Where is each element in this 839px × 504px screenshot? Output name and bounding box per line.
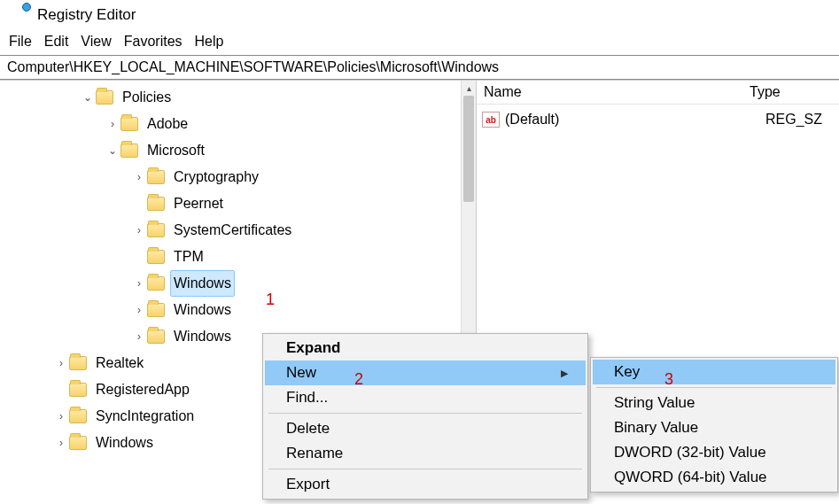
- tree-item-peernet[interactable]: Peernet: [0, 190, 476, 217]
- ctx-label: Expand: [286, 339, 340, 357]
- tree-item-adobe[interactable]: › Adobe: [0, 111, 476, 137]
- ctx-new-key[interactable]: Key: [593, 360, 835, 384]
- title-bar: Registry Editor: [0, 0, 839, 30]
- window-title: Registry Editor: [37, 6, 136, 24]
- regedit-icon: [9, 5, 28, 25]
- list-row[interactable]: ab (Default) REG_SZ: [482, 108, 839, 131]
- tree-item-tpm[interactable]: TPM: [0, 244, 476, 270]
- menu-help[interactable]: Help: [195, 34, 224, 50]
- folder-icon: [147, 330, 165, 344]
- folder-icon: [147, 303, 165, 317]
- value-name: (Default): [505, 112, 765, 128]
- folder-icon: [147, 250, 165, 264]
- chevron-right-icon[interactable]: ›: [131, 298, 147, 322]
- tree-label: SystemCertificates: [170, 217, 295, 244]
- separator: [268, 413, 582, 414]
- tree-label: Windows: [170, 297, 235, 323]
- chevron-right-icon[interactable]: ›: [131, 271, 147, 296]
- ctx-label: String Value: [614, 394, 695, 412]
- folder-icon: [69, 409, 87, 423]
- ctx-new[interactable]: New ▶: [265, 361, 586, 385]
- folder-icon: [147, 276, 165, 291]
- ctx-label: DWORD (32-bit) Value: [614, 444, 766, 461]
- folder-icon: [69, 436, 87, 450]
- menu-favorites[interactable]: Favorites: [124, 34, 183, 50]
- chevron-down-icon[interactable]: ⌄: [105, 138, 120, 163]
- folder-icon: [120, 117, 138, 131]
- chevron-right-icon[interactable]: ›: [53, 404, 69, 429]
- menu-view[interactable]: View: [81, 34, 111, 50]
- submenu-arrow-icon: ▶: [561, 368, 568, 379]
- scroll-thumb[interactable]: [463, 96, 474, 202]
- chevron-down-icon[interactable]: ⌄: [80, 85, 96, 110]
- folder-icon: [96, 90, 113, 105]
- menu-bar: File Edit View Favorites Help: [0, 30, 839, 55]
- col-header-type[interactable]: Type: [750, 84, 781, 100]
- tree-item-windows-2[interactable]: › Windows: [0, 297, 476, 323]
- ctx-label: Binary Value: [614, 419, 698, 437]
- context-menu-key: Expand New ▶ Find... Delete Rename Expor…: [262, 333, 588, 500]
- string-value-icon: ab: [482, 112, 500, 128]
- ctx-find[interactable]: Find...: [265, 385, 586, 410]
- list-header: Name Type: [477, 81, 839, 105]
- ctx-new-string[interactable]: String Value: [593, 391, 835, 415]
- chevron-right-icon[interactable]: ›: [131, 324, 147, 349]
- tree-item-policies[interactable]: ⌄ Policies: [0, 84, 476, 111]
- ctx-label: Find...: [286, 389, 328, 407]
- menu-file[interactable]: File: [9, 34, 32, 50]
- tree-label: TPM: [170, 244, 207, 270]
- folder-icon: [147, 170, 165, 184]
- ctx-export[interactable]: Export: [265, 472, 586, 497]
- chevron-right-icon[interactable]: ›: [53, 351, 69, 376]
- tree-label: RegisteredApp: [92, 376, 193, 403]
- tree-item-microsoft[interactable]: ⌄ Microsoft: [0, 137, 476, 164]
- tree-label: Windows: [170, 270, 235, 297]
- separator: [268, 469, 582, 469]
- folder-icon: [147, 223, 165, 237]
- chevron-right-icon[interactable]: ›: [131, 218, 147, 243]
- col-header-name[interactable]: Name: [484, 84, 750, 100]
- tree-label: Windows: [170, 323, 235, 350]
- tree-item-windows-selected[interactable]: › Windows: [0, 270, 476, 297]
- tree-item-systemcertificates[interactable]: › SystemCertificates: [0, 217, 476, 244]
- folder-icon: [120, 143, 138, 158]
- chevron-right-icon[interactable]: ›: [131, 165, 147, 190]
- tree-label: Realtek: [92, 350, 147, 376]
- chevron-right-icon[interactable]: ›: [105, 112, 120, 136]
- folder-icon: [69, 356, 87, 370]
- tree-label: Microsoft: [144, 137, 208, 164]
- value-type: REG_SZ: [765, 112, 822, 128]
- ctx-label: QWORD (64-bit) Value: [614, 469, 767, 486]
- chevron-right-icon[interactable]: ›: [53, 430, 69, 455]
- separator: [596, 387, 832, 388]
- ctx-label: Export: [286, 476, 330, 493]
- tree-item-cryptography[interactable]: › Cryptography: [0, 164, 476, 190]
- ctx-new-dword[interactable]: DWORD (32-bit) Value: [593, 440, 835, 465]
- ctx-label: Rename: [286, 445, 343, 462]
- tree-label: Policies: [119, 84, 175, 111]
- list-rows: ab (Default) REG_SZ: [477, 105, 839, 131]
- ctx-label: Delete: [286, 420, 330, 438]
- ctx-new-qword[interactable]: QWORD (64-bit) Value: [593, 465, 835, 490]
- folder-icon: [147, 197, 165, 211]
- address-bar[interactable]: Computer\HKEY_LOCAL_MACHINE\SOFTWARE\Pol…: [0, 55, 839, 80]
- tree-label: Windows: [92, 430, 157, 456]
- ctx-expand[interactable]: Expand: [265, 336, 586, 361]
- ctx-label: Key: [614, 363, 640, 381]
- ctx-delete[interactable]: Delete: [265, 416, 586, 441]
- folder-icon: [69, 383, 87, 397]
- scroll-up-icon[interactable]: ▴: [462, 81, 476, 96]
- tree-label: Peernet: [170, 190, 227, 217]
- tree-label: SyncIntegration: [92, 403, 198, 430]
- ctx-label: New: [286, 364, 316, 382]
- tree-label: Adobe: [144, 111, 191, 137]
- ctx-rename[interactable]: Rename: [265, 441, 586, 466]
- context-submenu-new: Key String Value Binary Value DWORD (32-…: [590, 357, 838, 492]
- tree-label: Cryptography: [170, 164, 262, 190]
- menu-edit[interactable]: Edit: [44, 34, 69, 50]
- ctx-new-binary[interactable]: Binary Value: [593, 415, 835, 440]
